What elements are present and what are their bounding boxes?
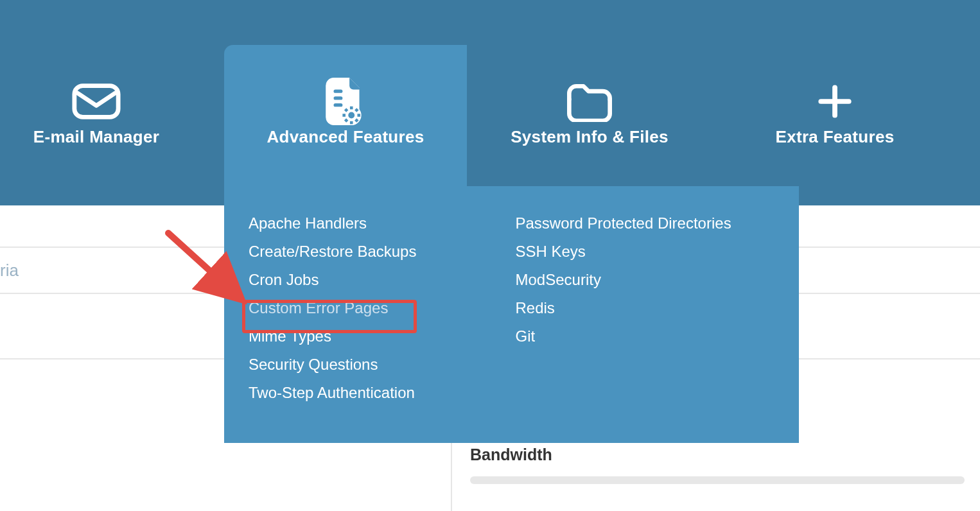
menu-git[interactable]: Git <box>516 322 775 351</box>
nav-item-email-manager[interactable]: E-mail Manager <box>0 0 218 147</box>
file-gear-icon <box>324 76 367 127</box>
nav-label: System Info & Files <box>511 127 669 147</box>
nav-item-advanced-features[interactable]: Advanced Features <box>224 0 467 147</box>
menu-modsecurity[interactable]: ModSecurity <box>516 266 775 294</box>
section-heading-bandwidth: Bandwidth <box>470 446 552 464</box>
mail-icon <box>71 76 121 127</box>
dropdown-columns: Apache Handlers Create/Restore Backups C… <box>224 209 799 443</box>
menu-custom-error-pages[interactable]: Custom Error Pages <box>249 294 508 322</box>
menu-ssh-keys[interactable]: SSH Keys <box>516 238 775 266</box>
svg-line-13 <box>356 119 358 121</box>
svg-line-11 <box>356 109 358 111</box>
menu-two-step-auth[interactable]: Two-Step Authentication <box>249 379 508 407</box>
search-input-fragment[interactable]: ria <box>0 261 19 281</box>
bandwidth-progress-track <box>470 476 965 484</box>
nav-item-system-info-files[interactable]: System Info & Files <box>467 0 712 147</box>
nav-label: E-mail Manager <box>33 127 159 147</box>
svg-rect-2 <box>334 96 343 100</box>
dropdown-col-right: Password Protected Directories SSH Keys … <box>508 209 775 424</box>
menu-apache-handlers[interactable]: Apache Handlers <box>249 209 508 238</box>
menu-create-restore-backups[interactable]: Create/Restore Backups <box>249 238 508 266</box>
menu-password-protected-dirs[interactable]: Password Protected Directories <box>516 209 775 238</box>
svg-rect-3 <box>334 103 343 107</box>
menu-security-questions[interactable]: Security Questions <box>249 351 508 379</box>
nav-label: Extra Features <box>776 127 895 147</box>
dropdown-col-left: Apache Handlers Create/Restore Backups C… <box>249 209 508 424</box>
svg-rect-1 <box>334 90 343 93</box>
vertical-divider <box>451 433 452 511</box>
nav-item-extra-features[interactable]: Extra Features <box>712 0 958 147</box>
menu-redis[interactable]: Redis <box>516 294 775 322</box>
svg-point-5 <box>348 112 354 119</box>
svg-line-12 <box>346 119 347 121</box>
plus-icon <box>816 76 853 127</box>
menu-mime-types[interactable]: Mime Types <box>249 322 508 351</box>
menu-cron-jobs[interactable]: Cron Jobs <box>249 266 508 294</box>
folder-icon <box>565 76 614 127</box>
nav-label: Advanced Features <box>267 127 424 147</box>
svg-line-10 <box>346 109 347 111</box>
svg-rect-0 <box>74 86 118 117</box>
